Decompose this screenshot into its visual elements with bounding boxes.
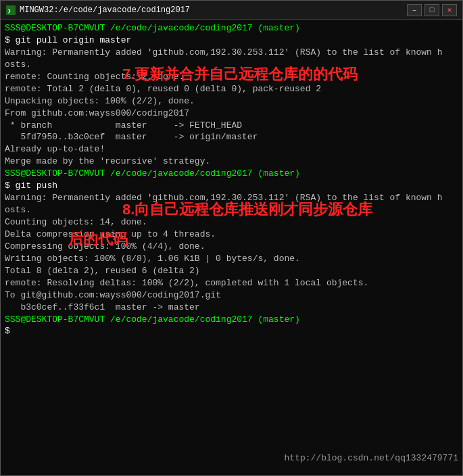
maximize-button[interactable]: □: [424, 4, 439, 16]
terminal-line: Already up-to-date!: [5, 143, 458, 156]
annotation-3: 后的代码: [68, 231, 128, 248]
window-icon: ❯: [6, 5, 16, 15]
terminal-line: 5fd7950..b3c0cef master -> origin/master: [5, 131, 458, 143]
terminal-line: Unpacking objects: 100% (2/2), done.: [5, 95, 458, 108]
annotation-2: 8.向自己远程仓库推送刚才同步源仓库: [122, 201, 461, 218]
minimize-button[interactable]: –: [407, 4, 422, 16]
title-bar-text: MINGW32:/e/code/javacode/coding2017: [20, 5, 407, 15]
terminal-line: b3c0cef..f33f6c1 master -> master: [5, 302, 458, 314]
terminal-line: SSS@DESKTOP-B7CMVUT /e/code/javacode/cod…: [5, 168, 458, 180]
close-button[interactable]: ✕: [442, 4, 457, 16]
watermark: http://blog.csdn.net/qq1332479771: [285, 453, 458, 463]
terminal-line: Total 8 (delta 2), reused 6 (delta 2): [5, 265, 458, 277]
terminal-line: $: [5, 325, 458, 337]
window: ❯ MINGW32:/e/code/javacode/coding2017 – …: [0, 0, 463, 476]
terminal-line: Merge made by the 'recursive' strategy.: [5, 156, 458, 168]
terminal-line: To git@github.com:wayss000/coding2017.gi…: [5, 289, 458, 302]
terminal-line: From github.com:wayss000/coding2017: [5, 108, 458, 120]
svg-text:❯: ❯: [7, 8, 11, 15]
annotation-1: 7.更新并合并自己远程仓库的的代码: [122, 66, 461, 83]
title-bar-controls: – □ ✕: [407, 4, 457, 16]
terminal: SSS@DESKTOP-B7CMVUT /e/code/javacode/cod…: [1, 20, 462, 475]
terminal-line: Writing objects: 100% (8/8), 1.06 KiB | …: [5, 253, 458, 265]
terminal-line: Warning: Permanently added 'github.com,1…: [5, 47, 458, 59]
terminal-line: * branch master -> FETCH_HEAD: [5, 120, 458, 132]
terminal-line: SSS@DESKTOP-B7CMVUT /e/code/javacode/cod…: [5, 314, 458, 326]
terminal-line: SSS@DESKTOP-B7CMVUT /e/code/javacode/cod…: [5, 22, 458, 34]
title-bar: ❯ MINGW32:/e/code/javacode/coding2017 – …: [1, 1, 462, 20]
terminal-line: $ git pull origin master: [5, 34, 458, 47]
terminal-line: $ git push: [5, 180, 458, 192]
terminal-line: remote: Resolving deltas: 100% (2/2), co…: [5, 277, 458, 289]
terminal-line: remote: Total 2 (delta 0), reused 0 (del…: [5, 83, 458, 95]
